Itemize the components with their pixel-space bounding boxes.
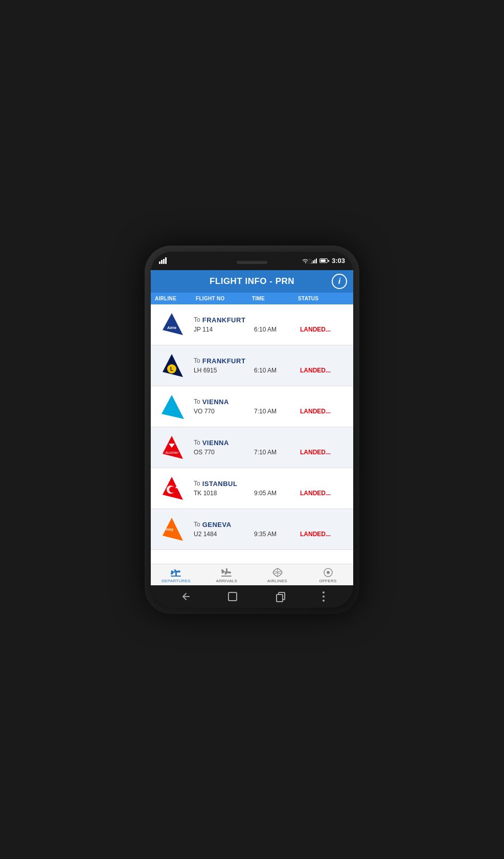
flight-info-row: OS 770 7:10 AM LANDED...: [194, 449, 351, 456]
android-back-button[interactable]: [179, 590, 191, 603]
departures-icon: [170, 567, 183, 578]
app-title: FLIGHT INFO - PRN: [210, 276, 294, 287]
airline-logo-easyjet: easy Jet: [151, 509, 192, 549]
airline-logo-niki: [151, 386, 192, 427]
app-header: FLIGHT INFO - PRN i: [151, 270, 353, 293]
col-header-time: TIME: [252, 296, 298, 301]
flight-destination: To VIENNA: [194, 439, 351, 447]
nav-item-airlines[interactable]: AIRLINES: [252, 567, 303, 583]
flight-details: To VIENNA VO 770 7:10 AM LANDED...: [192, 386, 353, 427]
flight-info-row: VO 770 7:10 AM LANDED...: [194, 408, 351, 415]
svg-point-19: [327, 571, 330, 574]
col-header-flightno: FLIGHT NO: [196, 296, 252, 301]
info-button[interactable]: i: [332, 274, 347, 289]
android-home-button[interactable]: [226, 590, 239, 603]
flight-details: To VIENNA OS 770 7:10 AM LANDED...: [192, 427, 353, 468]
nav-item-arrivals[interactable]: ARRIVALS: [201, 567, 252, 583]
android-menu-button[interactable]: [322, 590, 325, 603]
svg-text:Jet: Jet: [171, 532, 175, 535]
table-row[interactable]: To VIENNA VO 770 7:10 AM LANDED...: [151, 386, 353, 427]
svg-point-25: [323, 600, 325, 602]
svg-marker-6: [163, 436, 183, 459]
svg-marker-0: [163, 313, 183, 335]
status-left: [159, 257, 169, 264]
airline-logo-lufthansa: L: [151, 345, 192, 386]
flight-destination: To FRANKFURT: [194, 316, 351, 324]
flight-list[interactable]: Adria To FRANKFURT JP 114 6:10 AM LANDED…: [151, 304, 353, 564]
offers-icon: [323, 567, 333, 578]
svg-text:★: ★: [175, 486, 178, 489]
flight-details: To ISTANBUL TK 1018 9:05 AM LANDED...: [192, 468, 353, 509]
android-nav: [151, 585, 353, 608]
svg-point-23: [323, 591, 325, 593]
flight-destination: To GENEVA: [194, 521, 351, 528]
flight-info-row: U2 1484 9:35 AM LANDED...: [194, 531, 351, 538]
flight-destination: To VIENNA: [194, 398, 351, 406]
svg-rect-16: [221, 576, 232, 577]
airline-logo-turkish: ★: [151, 468, 192, 509]
table-row[interactable]: Adria To FRANKFURT JP 114 6:10 AM LANDED…: [151, 304, 353, 345]
svg-marker-5: [162, 395, 184, 419]
airline-logo-adria: Adria: [151, 304, 192, 345]
svg-text:easy: easy: [166, 527, 173, 532]
column-headers: AIRLINE FLIGHT NO TIME STATUS: [151, 293, 353, 304]
nav-label-departures: DEPARTURES: [162, 579, 191, 583]
table-row[interactable]: easy Jet To GENEVA U2 1484 9:35 AM LANDE…: [151, 509, 353, 550]
arrivals-icon: [220, 567, 234, 578]
flight-info-row: JP 114 6:10 AM LANDED...: [194, 326, 351, 333]
table-row[interactable]: Austrian To VIENNA OS 770 7:10 AM: [151, 427, 353, 468]
nav-item-offers[interactable]: OFFERS: [303, 567, 353, 583]
flight-details: To FRANKFURT LH 6915 6:10 AM LANDED...: [192, 345, 353, 386]
bottom-nav: DEPARTURES ARRIVALS: [151, 564, 353, 585]
svg-point-24: [323, 596, 325, 598]
flight-destination: To FRANKFURT: [194, 357, 351, 365]
android-recents-button[interactable]: [274, 590, 287, 603]
flight-info-row: TK 1018 9:05 AM LANDED...: [194, 490, 351, 497]
airline-logo-austrian: Austrian: [151, 427, 192, 468]
nav-label-arrivals: ARRIVALS: [216, 579, 237, 583]
airlines-icon: [271, 567, 284, 578]
nav-label-airlines: AIRLINES: [267, 579, 287, 583]
col-header-status: STATUS: [298, 296, 349, 301]
col-header-airline: AIRLINE: [155, 296, 196, 301]
svg-text:L: L: [170, 366, 173, 372]
table-row[interactable]: L To FRANKFURT LH 6915 6:10 AM LANDED...: [151, 345, 353, 386]
table-row[interactable]: ★ To ISTANBUL TK 1018 9:05 AM LANDED...: [151, 468, 353, 509]
flight-info-row: LH 6915 6:10 AM LANDED...: [194, 367, 351, 374]
svg-text:Adria: Adria: [167, 326, 176, 329]
flight-destination: To ISTANBUL: [194, 480, 351, 488]
screen: FLIGHT INFO - PRN i AIRLINE FLIGHT NO TI…: [151, 270, 353, 585]
flight-details: To FRANKFURT JP 114 6:10 AM LANDED...: [192, 304, 353, 345]
battery-icon: [319, 258, 329, 263]
svg-rect-20: [228, 592, 237, 601]
nav-label-offers: OFFERS: [319, 579, 336, 583]
flight-details: To GENEVA U2 1484 9:35 AM LANDED...: [192, 509, 353, 549]
svg-text:Austrian: Austrian: [165, 451, 178, 454]
svg-rect-22: [277, 594, 283, 602]
nav-item-departures[interactable]: DEPARTURES: [151, 567, 201, 583]
svg-rect-15: [171, 576, 181, 577]
status-time: 3:03: [332, 257, 345, 265]
